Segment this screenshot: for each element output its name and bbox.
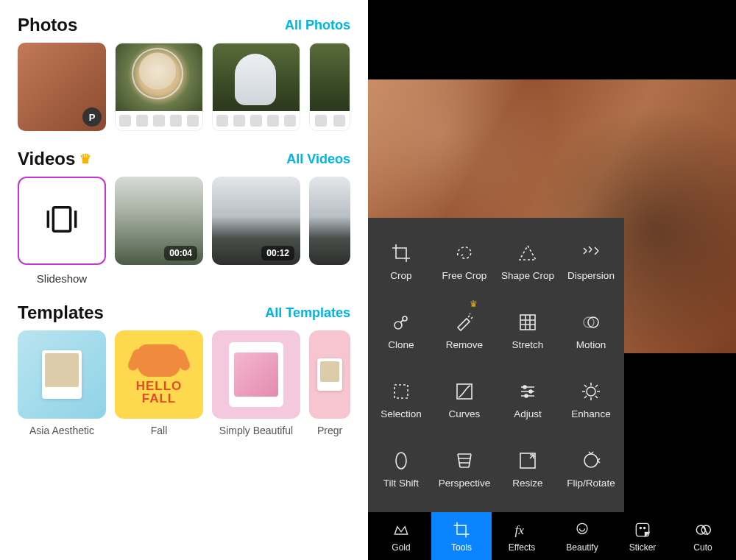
tool-dispersion[interactable]: Dispersion xyxy=(561,228,621,294)
tool-label: Resize xyxy=(512,478,542,489)
fliprotate-icon xyxy=(580,450,602,472)
tool-label: Adjust xyxy=(514,408,542,419)
tool-stretch[interactable]: Stretch xyxy=(498,297,558,364)
editor-pane: CropFree CropShape CropDispersionClone♛R… xyxy=(368,0,736,560)
editor-topbar xyxy=(368,0,736,79)
bottom-tab-beautify[interactable]: Beautify xyxy=(552,512,612,560)
effects-icon xyxy=(512,520,531,539)
bottom-tab-label: Beautify xyxy=(566,542,598,553)
bottom-tab-label: Cuto xyxy=(693,542,712,553)
bottom-tab-label: Effects xyxy=(509,542,535,553)
bottom-tab-effects[interactable]: Effects xyxy=(492,512,552,560)
crown-icon: ♛ xyxy=(79,151,91,167)
tool-label: Clone xyxy=(388,339,414,350)
tool-label: Enhance xyxy=(571,408,610,419)
template-label: Fall xyxy=(151,425,168,437)
template-item[interactable]: HELLOFALL Fall xyxy=(115,330,203,437)
photos-row: P xyxy=(0,43,368,149)
bottom-tab-label: Gold xyxy=(392,542,410,553)
tool-label: Remove xyxy=(446,339,483,350)
all-videos-link[interactable]: All Videos xyxy=(286,152,350,167)
all-photos-link[interactable]: All Photos xyxy=(285,18,350,33)
template-label: Simply Beautiful xyxy=(219,425,293,437)
tool-label: Curves xyxy=(449,408,481,419)
slideshow-icon xyxy=(41,199,82,243)
svg-rect-0 xyxy=(53,208,70,232)
tool-perspective[interactable]: Perspective xyxy=(434,436,495,502)
tool-shapecrop[interactable]: Shape Crop xyxy=(498,228,558,294)
enhance-icon xyxy=(580,380,602,403)
tool-fliprotate[interactable]: Flip/Rotate xyxy=(561,436,621,502)
video-duration: 00:12 xyxy=(261,246,294,260)
tool-label: Dispersion xyxy=(567,270,615,281)
selection-icon xyxy=(390,380,412,403)
tool-label: Stretch xyxy=(512,339,544,350)
photos-title: Photos xyxy=(18,15,77,35)
tool-remove[interactable]: ♛Remove xyxy=(434,297,495,364)
template-label: Pregr xyxy=(317,425,342,437)
resize-icon xyxy=(517,450,539,472)
template-item[interactable]: Simply Beautiful xyxy=(212,330,300,437)
bottom-tab-label: Sticker xyxy=(629,542,657,553)
dispersion-icon xyxy=(580,242,602,264)
cutout-icon xyxy=(693,520,712,539)
perspective-icon xyxy=(453,450,475,472)
video-item[interactable]: 00:12 xyxy=(212,177,300,285)
templates-row: Asia Aesthetic HELLOFALL Fall Simply Bea… xyxy=(0,330,368,443)
video-item-slideshow[interactable]: Slideshow xyxy=(18,177,106,285)
tool-curves[interactable]: Curves xyxy=(434,366,495,433)
video-item[interactable] xyxy=(309,177,350,285)
templates-title: Templates xyxy=(18,302,104,323)
tool-resize[interactable]: Resize xyxy=(498,436,558,502)
gold-icon xyxy=(392,520,411,539)
beautify-icon xyxy=(573,520,592,539)
videos-header: Videos ♛ All Videos xyxy=(0,149,368,177)
tool-label: Motion xyxy=(576,339,606,350)
video-duration: 00:04 xyxy=(164,246,197,260)
tool-crop[interactable]: Crop xyxy=(371,228,431,294)
template-label: Asia Aesthetic xyxy=(29,425,94,437)
videos-title-text: Videos xyxy=(18,149,75,169)
tool-selection[interactable]: Selection xyxy=(371,366,431,433)
video-label: Slideshow xyxy=(37,272,87,285)
tool-adjust[interactable]: Adjust xyxy=(498,366,558,433)
crown-icon: ♛ xyxy=(470,299,478,309)
sticker-icon xyxy=(633,520,652,539)
video-item[interactable]: 00:04 xyxy=(115,177,203,285)
template-item[interactable]: Pregr xyxy=(309,330,350,437)
bottom-tab-gold[interactable]: Gold xyxy=(371,512,431,560)
curves-icon xyxy=(453,380,475,403)
photo-thumb[interactable]: P xyxy=(18,43,106,131)
tiltshift-icon xyxy=(390,450,412,472)
editor-bottom-bar: GoldToolsEffectsBeautifyStickerCuto xyxy=(368,512,736,560)
tool-label: Perspective xyxy=(439,478,491,489)
shapecrop-icon xyxy=(517,242,539,264)
all-templates-link[interactable]: All Templates xyxy=(265,305,350,321)
tool-label: Selection xyxy=(381,408,422,419)
gallery-pane: Photos All Photos P Videos ♛ All V xyxy=(0,0,368,560)
tools-panel: CropFree CropShape CropDispersionClone♛R… xyxy=(368,218,624,512)
remove-icon xyxy=(453,311,475,333)
tool-clone[interactable]: Clone xyxy=(371,297,431,364)
tool-label: Free Crop xyxy=(442,270,487,281)
tool-tiltshift[interactable]: Tilt Shift xyxy=(371,436,431,502)
tool-label: Crop xyxy=(390,270,411,281)
bottom-tab-label: Tools xyxy=(451,542,472,553)
bottom-tab-cutout[interactable]: Cuto xyxy=(673,512,733,560)
bottom-tab-tools[interactable]: Tools xyxy=(431,512,492,560)
tool-freecrop[interactable]: Free Crop xyxy=(434,228,495,294)
motion-icon xyxy=(580,311,602,333)
photo-thumb[interactable] xyxy=(309,43,350,131)
tool-motion[interactable]: Motion xyxy=(561,297,621,364)
sweater-icon xyxy=(138,344,180,377)
tool-label: Tilt Shift xyxy=(383,478,419,489)
bottom-tab-sticker[interactable]: Sticker xyxy=(612,512,673,560)
tool-label: Flip/Rotate xyxy=(567,478,615,489)
tool-enhance[interactable]: Enhance xyxy=(561,366,621,433)
tools-icon xyxy=(452,520,471,539)
template-item[interactable]: Asia Aesthetic xyxy=(18,330,106,437)
photo-thumb[interactable] xyxy=(212,43,300,131)
photo-thumb[interactable] xyxy=(115,43,203,131)
adjust-icon xyxy=(517,380,539,403)
crop-icon xyxy=(390,242,412,264)
